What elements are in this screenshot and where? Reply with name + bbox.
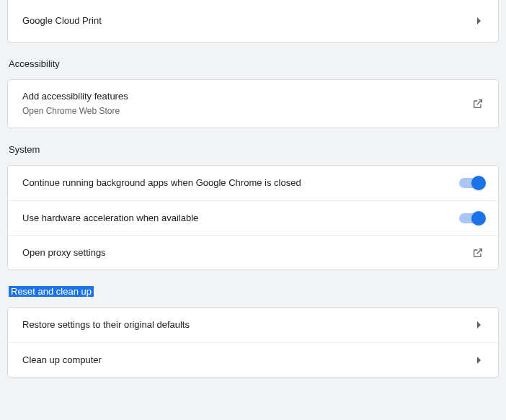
reset-title: Reset and clean up [7, 286, 499, 297]
cleanup-label: Clean up computer [22, 354, 477, 367]
background-apps-label: Continue running background apps when Go… [22, 177, 459, 189]
google-cloud-print-row[interactable]: Google Cloud Print [8, 0, 498, 42]
add-accessibility-label: Add accessibility features [22, 90, 472, 103]
system-card: Continue running background apps when Go… [7, 165, 499, 270]
cleanup-row[interactable]: Clean up computer [8, 342, 498, 377]
external-link-icon [472, 98, 484, 110]
proxy-row[interactable]: Open proxy settings [8, 235, 498, 269]
hardware-accel-label: Use hardware acceleration when available [22, 212, 459, 225]
hardware-accel-row[interactable]: Use hardware acceleration when available [8, 200, 498, 235]
chevron-right-icon [477, 321, 481, 329]
background-apps-row[interactable]: Continue running background apps when Go… [8, 166, 498, 200]
add-accessibility-row[interactable]: Add accessibility features Open Chrome W… [8, 80, 498, 128]
google-cloud-print-label: Google Cloud Print [22, 14, 477, 27]
hardware-accel-toggle[interactable] [459, 213, 484, 223]
system-title: System [7, 144, 499, 155]
external-link-icon [472, 247, 484, 259]
chevron-right-icon [477, 17, 481, 24]
printing-card: Google Cloud Print [7, 0, 499, 43]
reset-title-text: Reset and clean up [9, 286, 94, 297]
proxy-label: Open proxy settings [22, 246, 472, 259]
accessibility-card: Add accessibility features Open Chrome W… [7, 79, 499, 128]
reset-card: Restore settings to their original defau… [7, 307, 499, 377]
restore-defaults-label: Restore settings to their original defau… [22, 318, 477, 331]
open-web-store-label: Open Chrome Web Store [22, 104, 472, 117]
restore-defaults-row[interactable]: Restore settings to their original defau… [8, 308, 498, 342]
accessibility-title: Accessibility [7, 58, 499, 69]
chevron-right-icon [477, 357, 481, 364]
background-apps-toggle[interactable] [459, 178, 484, 188]
